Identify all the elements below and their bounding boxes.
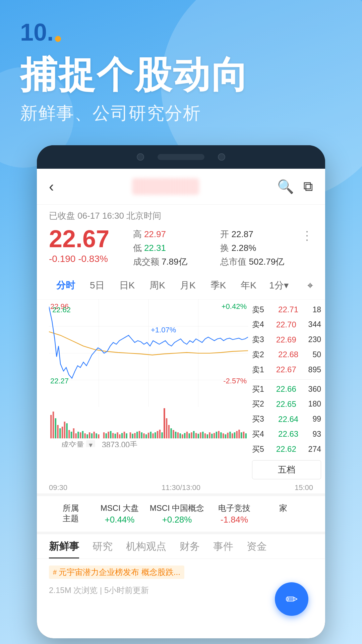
app-logo: 10. — [20, 20, 342, 44]
ask-2: 卖2 22.68 50 — [252, 347, 321, 362]
price-main: 22.67 -0.190 -0.83% — [49, 226, 133, 264]
share-icon[interactable]: ⧉ — [303, 179, 313, 195]
svg-rect-26 — [96, 433, 97, 438]
svg-rect-15 — [71, 432, 72, 438]
chart-footer-info: 成交量 ▾ 3873.00手 — [49, 438, 248, 447]
tab-funds[interactable]: 资金 — [247, 540, 267, 558]
svg-rect-58 — [173, 430, 174, 438]
svg-rect-20 — [82, 431, 84, 438]
svg-rect-61 — [179, 433, 181, 438]
more-menu[interactable]: ⋮ — [301, 226, 313, 242]
svg-rect-53 — [161, 432, 163, 438]
chart-time-labels: 09:30 11:30/13:00 15:00 — [37, 482, 325, 493]
svg-rect-75 — [211, 434, 213, 438]
svg-rect-63 — [184, 433, 186, 438]
phone-camera-right — [218, 153, 225, 161]
chart-pct-high: +0.42% — [222, 302, 247, 311]
svg-rect-87 — [238, 430, 240, 438]
ask-5: 卖5 22.71 18 — [252, 302, 321, 317]
tab-events[interactable]: 事件 — [213, 540, 233, 558]
theme-esports[interactable]: 电子竞技 -1.84% — [213, 503, 256, 525]
volume-bars — [49, 408, 248, 438]
svg-rect-23 — [89, 432, 90, 438]
tab-rik[interactable]: 日K — [112, 276, 142, 295]
svg-rect-68 — [195, 433, 197, 438]
volume-dropdown[interactable]: ▾ — [86, 440, 95, 447]
svg-rect-59 — [175, 432, 177, 438]
svg-rect-27 — [98, 434, 100, 438]
svg-rect-19 — [80, 432, 81, 438]
stock-action-icons: 🔍 ⧉ — [277, 179, 313, 195]
phone-mockup: ‹ 🔍 ⧉ 已收盘 06-17 16:30 北京时间 22.67 -0.190 … — [37, 145, 325, 638]
time-start: 09:30 — [49, 483, 67, 492]
back-button[interactable]: ‹ — [49, 178, 54, 195]
svg-rect-76 — [214, 433, 215, 438]
tab-fenshi[interactable]: 分时 — [49, 276, 82, 295]
svg-rect-33 — [115, 434, 116, 438]
svg-rect-12 — [64, 422, 66, 438]
tab-zhouk[interactable]: 周K — [142, 276, 173, 295]
svg-rect-67 — [193, 431, 195, 438]
volume: 成交额 7.89亿 — [133, 256, 214, 268]
svg-rect-10 — [59, 428, 61, 438]
svg-rect-51 — [157, 431, 159, 438]
tab-niank[interactable]: 年K — [233, 276, 264, 295]
svg-rect-88 — [241, 432, 242, 438]
svg-rect-66 — [191, 432, 192, 438]
svg-rect-35 — [119, 434, 121, 438]
theme-section: 所属 主题 MSCI 大盘 +0.44% MSCI 中国概念 +0.28% 电子… — [37, 493, 325, 532]
svg-rect-16 — [73, 428, 75, 438]
time-end: 15:00 — [295, 483, 313, 492]
svg-rect-34 — [117, 432, 118, 438]
logo-dot — [55, 36, 61, 42]
phone-topbar — [37, 145, 325, 169]
theme-item-main[interactable]: 所属 主题 — [49, 503, 93, 525]
fab-button[interactable]: ✏ — [275, 582, 308, 616]
svg-rect-55 — [166, 418, 168, 438]
volume-label: 成交量 ▾ — [61, 440, 95, 447]
tab-research[interactable]: 研究 — [93, 540, 113, 558]
tab-jik[interactable]: 季K — [203, 276, 234, 295]
price-chart — [49, 300, 248, 407]
svg-rect-38 — [126, 433, 127, 438]
chart-left: 22.96 22.27 +0.42% -2.57% — [49, 300, 248, 447]
theme-msci-china[interactable]: MSCI 中国概念 +0.28% — [147, 503, 207, 525]
tab-finance[interactable]: 财务 — [180, 540, 200, 558]
svg-rect-30 — [108, 432, 109, 438]
svg-rect-81 — [225, 434, 227, 438]
tab-institutions[interactable]: 机构观点 — [126, 540, 166, 558]
svg-rect-48 — [150, 432, 152, 438]
tab-5ri[interactable]: 5日 — [82, 276, 112, 295]
phone-camera-left — [137, 153, 144, 161]
target-icon[interactable]: ⌖ — [307, 280, 313, 291]
tab-yuek[interactable]: 月K — [173, 276, 203, 295]
logo-text: 10. — [20, 20, 54, 44]
svg-rect-36 — [121, 433, 123, 438]
svg-rect-56 — [168, 425, 170, 438]
ask-1: 卖1 22.67 895 — [252, 362, 321, 377]
tab-1min-dropdown[interactable]: 1分▾ — [264, 276, 294, 295]
svg-rect-44 — [141, 432, 142, 438]
svg-rect-90 — [245, 433, 247, 438]
tab-news[interactable]: 新鲜事 — [49, 540, 79, 558]
svg-rect-72 — [204, 433, 206, 438]
stock-title-blurred — [132, 178, 199, 195]
svg-rect-64 — [186, 432, 188, 438]
svg-rect-39 — [130, 432, 131, 438]
svg-rect-28 — [103, 432, 105, 438]
svg-rect-54 — [164, 408, 165, 438]
news-meta: 2.15M 次浏览 | 5小时前更新 — [49, 585, 313, 596]
five-levels-button[interactable]: 五档 — [252, 460, 321, 479]
svg-rect-13 — [66, 423, 68, 438]
svg-rect-42 — [136, 432, 138, 438]
svg-rect-71 — [202, 432, 204, 438]
svg-rect-37 — [124, 432, 125, 438]
svg-rect-6 — [50, 415, 52, 438]
svg-rect-65 — [188, 433, 190, 438]
svg-rect-11 — [62, 427, 63, 438]
theme-msci-big[interactable]: MSCI 大盘 +0.44% — [98, 503, 141, 525]
search-icon[interactable]: 🔍 — [277, 179, 294, 195]
theme-more[interactable]: 家 — [261, 503, 305, 525]
svg-rect-89 — [243, 432, 245, 438]
svg-rect-29 — [106, 433, 107, 438]
